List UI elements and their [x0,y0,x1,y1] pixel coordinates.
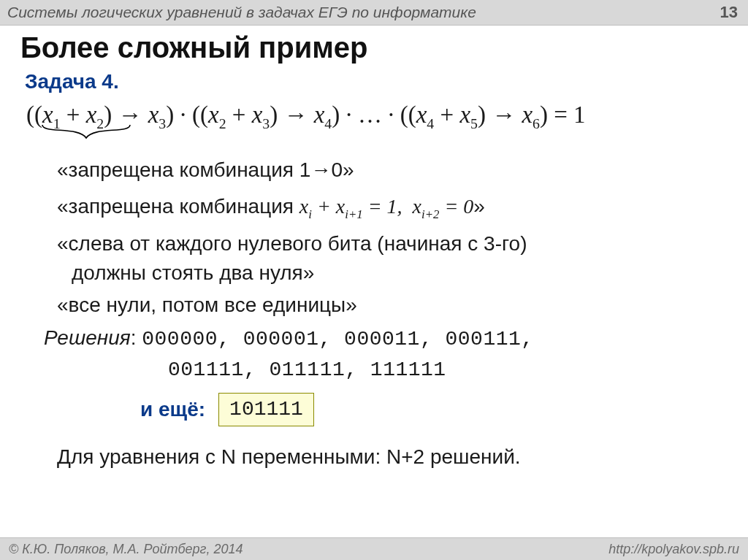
zero-bit-rule-line1: «слева от каждого нулевого бита (начиная… [22,229,726,258]
solutions: Решения: 000000, 000001, 000011, 000111, [22,321,726,354]
all-zeros-then-ones: «все нули, потом все единицы» [22,288,726,320]
underbrace-icon [39,123,133,145]
solutions-row1: 000000, 000001, 000011, 000111, [142,328,533,350]
extra-solution-chip: 101111 [218,393,314,426]
solutions-row2: 001111, 011111, 111111 [168,358,446,381]
underbrace-row [22,131,726,156]
and-more-label: и ещё: [140,396,205,423]
forbidden2-suffix: » [473,195,485,218]
slide-heading: Более сложный пример [0,26,748,66]
page-number: 13 [720,3,738,22]
and-more: и ещё: 101111 [22,386,726,426]
footer: © К.Ю. Поляков, М.А. Ройтберг, 2014 http… [0,537,748,560]
forbidden-combo-2: «запрещена комбинация xi + xi+1 = 1, xi+… [22,192,726,221]
forbidden-combo-1: «запрещена комбинация 1→0» [22,156,726,185]
topbar: Системы логических уравнений в задачах Е… [0,0,748,26]
general-formula: Для уравнения с N переменными: N+2 решен… [22,426,726,470]
zero-bit-rule-line2: должны стоять два нуля» [22,258,726,288]
content: ((x1 + x2) → x3) · ((x2 + x3) → x4) · … … [0,93,748,470]
footer-left: © К.Ю. Поляков, М.А. Ройтберг, 2014 [9,542,243,557]
slide: Системы логических уравнений в задачах Е… [0,0,748,560]
solutions-row2-wrap: 001111, 011111, 111111 [22,354,726,385]
forbidden2-prefix: «запрещена комбинация [57,195,299,218]
topbar-title: Системы логических уравнений в задачах Е… [7,4,476,21]
solutions-label: Решения [44,326,131,349]
footer-right: http://kpolyakov.spb.ru [608,542,739,557]
task-label: Задача 4. [0,66,748,93]
forbidden2-math: xi + xi+1 = 1, xi+2 = 0 [299,195,473,218]
